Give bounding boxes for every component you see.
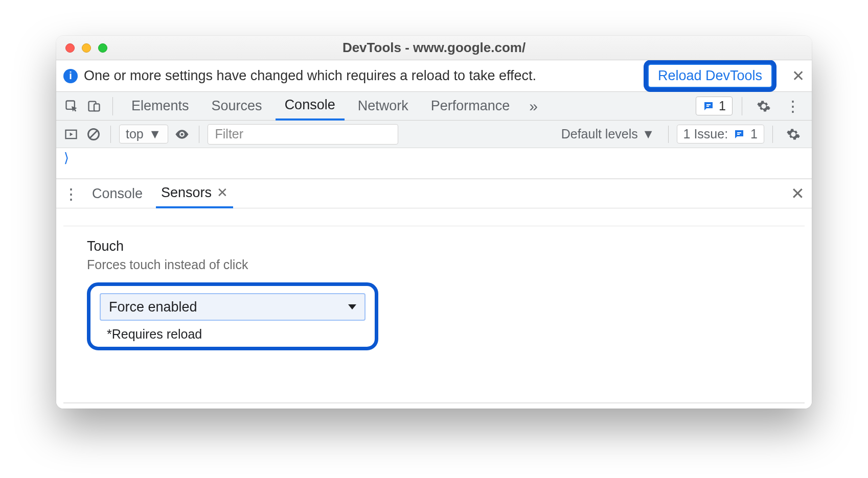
tab-network[interactable]: Network: [349, 92, 418, 121]
tab-elements[interactable]: Elements: [122, 92, 198, 121]
issues-button[interactable]: 1 Issue: 1: [677, 125, 764, 144]
separator: [742, 97, 742, 115]
drawer-tab-label: Sensors: [161, 185, 212, 201]
infobar-message: One or more settings have changed which …: [84, 68, 642, 84]
devtools-window: DevTools - www.google.com/ i One or more…: [56, 36, 812, 409]
filter-placeholder: Filter: [215, 127, 244, 141]
infobar-close-button[interactable]: ✕: [792, 67, 805, 85]
svg-rect-4: [706, 106, 709, 107]
divider: [63, 402, 805, 403]
levels-label: Default levels: [561, 127, 638, 141]
console-body[interactable]: ⟩: [56, 148, 812, 179]
more-options-icon[interactable]: ⋮: [780, 97, 806, 115]
drawer-tabbar: ⋮ Console Sensors ✕ ✕: [56, 179, 812, 208]
settings-icon[interactable]: [751, 99, 776, 113]
sensors-panel: Touch Forces touch instead of click Forc…: [56, 208, 812, 409]
live-expression-icon[interactable]: [173, 127, 191, 142]
reload-infobar: i One or more settings have changed whic…: [56, 60, 812, 92]
issues-label: 1 Issue:: [683, 127, 728, 141]
issues-count: 1: [750, 127, 758, 141]
separator: [199, 126, 199, 143]
svg-rect-3: [706, 104, 711, 105]
touch-label: Touch: [87, 238, 781, 254]
chevron-down-icon: [348, 304, 356, 309]
more-tabs-button[interactable]: »: [523, 98, 544, 115]
toggle-sidebar-icon[interactable]: [62, 127, 80, 141]
close-tab-icon[interactable]: ✕: [217, 185, 228, 201]
minimize-window-button[interactable]: [82, 43, 91, 53]
log-levels-selector[interactable]: Default levels ▼: [556, 127, 660, 141]
info-icon: i: [63, 69, 78, 83]
console-settings-icon[interactable]: [781, 127, 806, 141]
filter-input[interactable]: Filter: [208, 124, 399, 145]
requires-reload-note: *Requires reload: [100, 327, 366, 342]
svg-line-7: [89, 130, 98, 138]
issues-icon: [702, 100, 715, 112]
svg-rect-10: [737, 134, 740, 135]
drawer-close-button[interactable]: ✕: [791, 184, 805, 203]
tab-performance[interactable]: Performance: [422, 92, 519, 121]
touch-description: Forces touch instead of click: [87, 257, 781, 272]
annotation-highlight: Force enabled *Requires reload: [87, 282, 378, 350]
separator: [772, 126, 773, 143]
separator: [668, 126, 669, 143]
window-title: DevTools - www.google.com/: [56, 40, 812, 56]
chevron-down-icon: ▼: [149, 127, 162, 141]
tab-console[interactable]: Console: [276, 92, 345, 121]
console-prompt-icon: ⟩: [62, 150, 71, 165]
drawer-tab-label: Console: [92, 186, 143, 202]
inspect-element-icon[interactable]: [62, 99, 81, 113]
issues-count: 1: [719, 99, 726, 113]
reload-devtools-button[interactable]: Reload DevTools: [648, 64, 772, 88]
touch-select[interactable]: Force enabled: [100, 293, 366, 321]
context-value: top: [126, 127, 144, 141]
divider: [63, 226, 805, 226]
context-selector[interactable]: top ▼: [119, 125, 168, 144]
device-toolbar-icon[interactable]: [85, 99, 103, 113]
chevron-down-icon: ▼: [642, 127, 655, 141]
svg-rect-9: [737, 132, 741, 133]
separator: [110, 126, 111, 143]
main-tabbar: Elements Sources Console Network Perform…: [56, 92, 812, 121]
clear-console-icon[interactable]: [85, 127, 102, 141]
touch-select-value: Force enabled: [109, 299, 197, 315]
separator: [112, 97, 113, 115]
close-window-button[interactable]: [65, 43, 75, 53]
console-toolbar: top ▼ Filter Default levels ▼ 1 Issue:: [56, 121, 812, 148]
svg-point-8: [180, 133, 183, 135]
issues-chip[interactable]: 1: [696, 97, 733, 115]
drawer-tab-console[interactable]: Console: [87, 179, 148, 208]
zoom-window-button[interactable]: [98, 43, 107, 53]
issues-icon: [733, 128, 745, 140]
window-controls: [65, 43, 107, 53]
titlebar: DevTools - www.google.com/: [56, 36, 812, 60]
tab-sources[interactable]: Sources: [202, 92, 271, 121]
svg-rect-2: [94, 104, 100, 111]
drawer-tab-sensors[interactable]: Sensors ✕: [156, 179, 233, 208]
drawer-more-icon[interactable]: ⋮: [63, 185, 79, 203]
